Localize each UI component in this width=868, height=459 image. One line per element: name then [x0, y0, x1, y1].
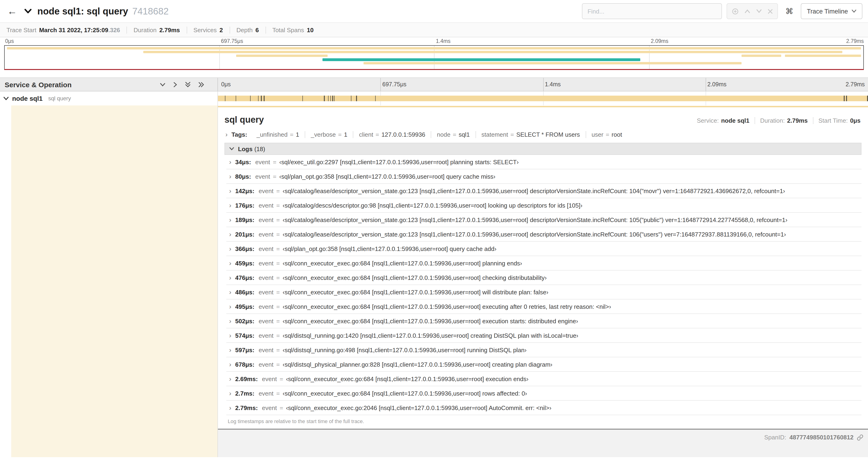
- span-name-row[interactable]: node sql1 sql query: [0, 91, 217, 105]
- span-timeline-bar[interactable]: [218, 96, 868, 101]
- log-timestamp: 176μs:: [235, 202, 254, 209]
- tag-item: statement=SELECT * FROM users: [475, 131, 585, 138]
- log-timestamp: 502μs:: [235, 318, 254, 324]
- log-timestamp: 597μs:: [235, 346, 254, 353]
- log-row[interactable]: ›34μs:event=‹sql/exec_util.go:2297 [nsql…: [226, 155, 862, 169]
- stat-value: 2: [220, 26, 223, 33]
- log-timestamp: 2.79ms:: [235, 404, 258, 411]
- log-row[interactable]: ›476μs:event=‹sql/conn_executor_exec.go:…: [226, 270, 862, 285]
- meta-value: 2.79ms: [787, 117, 808, 124]
- log-row[interactable]: ›574μs:event=‹sql/distsql_running.go:142…: [226, 328, 862, 343]
- keyboard-shortcuts-icon[interactable]: ⌘: [783, 6, 796, 16]
- equals-sign: =: [276, 231, 280, 238]
- log-event-tick: [258, 96, 259, 101]
- log-row[interactable]: ›2.7ms:event=‹sql/conn_executor_exec.go:…: [226, 386, 862, 401]
- chevron-right-icon: ›: [225, 131, 231, 138]
- span-timeline-row[interactable]: [218, 91, 868, 105]
- ruler-gridline: [380, 78, 381, 91]
- logs-footnote: Log timestamps are relative to the start…: [224, 415, 862, 425]
- tag-value: 1: [344, 131, 347, 138]
- service-operation-title: Service & Operation: [5, 80, 72, 88]
- span-detail-accent-line: [218, 106, 868, 107]
- log-row[interactable]: ›486μs:event=‹sql/conn_executor_exec.go:…: [226, 285, 862, 299]
- log-row[interactable]: ›189μs:event=‹sql/catalog/lease/descript…: [226, 213, 862, 227]
- expand-one-icon[interactable]: [173, 81, 178, 88]
- meta-value: 0μs: [850, 117, 861, 124]
- focus-match-icon[interactable]: [732, 8, 739, 15]
- chevron-right-icon: ›: [229, 230, 235, 238]
- find-input[interactable]: [582, 3, 722, 19]
- log-row[interactable]: ›459μs:event=‹sql/conn_executor_exec.go:…: [226, 256, 862, 270]
- logs-section-header[interactable]: Logs (18): [224, 143, 862, 155]
- depth-stat: Depth 6: [229, 26, 265, 33]
- equals-sign: =: [453, 131, 456, 138]
- log-field-value: ‹sql/conn_executor_exec.go:684 [nsql1,cl…: [283, 274, 547, 281]
- log-row[interactable]: ›597μs:event=‹sql/distsql_running.go:498…: [226, 343, 862, 357]
- chevron-right-icon: ›: [229, 303, 235, 310]
- tags-row[interactable]: › Tags: _unfinished=1 _verbose=1 client=…: [224, 129, 862, 143]
- log-row[interactable]: ›201μs:event=‹sql/catalog/lease/descript…: [226, 227, 862, 242]
- back-button[interactable]: ←: [6, 6, 19, 17]
- log-field-value: ‹sql/catalog/lease/descriptor_version_st…: [283, 187, 785, 194]
- collapse-one-icon[interactable]: [160, 82, 166, 87]
- span-detail-panel: sql query Service:node sql1 Duration:2.7…: [218, 110, 868, 430]
- log-event-tick: [324, 96, 324, 101]
- log-row[interactable]: ›678μs:event=‹sql/distsql_physical_plann…: [226, 357, 862, 372]
- log-event-tick: [375, 96, 376, 101]
- log-field-value: ‹sql/conn_executor_exec.go:684 [nsql1,cl…: [283, 390, 527, 397]
- log-field-key: event: [258, 245, 274, 252]
- chevron-right-icon: ›: [229, 361, 235, 368]
- clear-find-icon[interactable]: [768, 9, 773, 14]
- log-entries-list: ›34μs:event=‹sql/exec_util.go:2297 [nsql…: [226, 155, 862, 415]
- log-field-key: event: [255, 158, 270, 165]
- log-event-tick: [846, 96, 847, 101]
- chevron-down-icon: [852, 9, 856, 13]
- log-row[interactable]: ›495μs:event=‹sql/conn_executor_exec.go:…: [226, 299, 862, 314]
- equals-sign: =: [510, 131, 514, 138]
- log-event-tick: [844, 96, 844, 101]
- log-event-tick: [236, 96, 236, 101]
- total-spans-stat: Total Spans 10: [265, 26, 320, 33]
- services-stat: Services 2: [186, 26, 229, 33]
- prev-match-icon[interactable]: [744, 9, 750, 13]
- log-field-key: event: [262, 375, 277, 382]
- trace-timeline-dropdown[interactable]: Trace Timeline: [801, 3, 862, 19]
- chevron-right-icon: ›: [229, 245, 235, 252]
- log-timestamp: 495μs:: [235, 303, 254, 310]
- equals-sign: =: [606, 131, 609, 138]
- stat-label: Total Spans: [272, 26, 304, 33]
- ruler-gridline: [543, 78, 544, 91]
- log-event-tick: [225, 96, 226, 101]
- minimap-bottom-line: [4, 69, 864, 70]
- log-row[interactable]: ›2.79ms:event=‹sql/conn_executor_exec.go…: [226, 401, 862, 415]
- collapse-all-icon[interactable]: [185, 81, 191, 88]
- log-field-value: ‹sql/plan_opt.go:358 [nsql1,client=127.0…: [283, 245, 496, 252]
- chevron-right-icon: ›: [229, 390, 235, 397]
- log-timestamp: 476μs:: [235, 274, 254, 281]
- tag-item: node=sql1: [431, 131, 475, 138]
- log-row[interactable]: ›176μs:event=‹sql/catalog/descs/descript…: [226, 198, 862, 213]
- collapse-trace-icon[interactable]: [24, 8, 32, 14]
- stat-value: March 31 2022, 17:25:09: [39, 26, 108, 33]
- span-detail-header: sql query Service:node sql1 Duration:2.7…: [224, 113, 862, 129]
- meta-label: Duration:: [760, 117, 785, 124]
- detail-service-stat: Service:node sql1: [691, 117, 754, 124]
- trace-minimap: 0μs 697.75μs 1.4ms 2.09ms 2.79ms: [0, 37, 868, 70]
- next-match-icon[interactable]: [756, 9, 762, 13]
- log-row[interactable]: ›502μs:event=‹sql/conn_executor_exec.go:…: [226, 314, 862, 328]
- log-row[interactable]: ›80μs:event=‹sql/plan_opt.go:358 [nsql1,…: [226, 169, 862, 184]
- span-names-column: node sql1 sql query: [0, 91, 218, 457]
- log-event-tick: [328, 96, 329, 101]
- log-row[interactable]: ›142μs:event=‹sql/catalog/lease/descript…: [226, 184, 862, 198]
- log-field-value: ‹sql/catalog/lease/descriptor_version_st…: [283, 231, 786, 238]
- tag-item: client=127.0.0.1:59936: [353, 131, 431, 138]
- minimap-span-bar: [785, 55, 861, 57]
- log-row[interactable]: ›366μs:event=‹sql/plan_opt.go:358 [nsql1…: [226, 242, 862, 256]
- minimap-graph[interactable]: [4, 45, 864, 70]
- detail-start-time-stat: Start Time:0μs: [813, 117, 862, 124]
- log-row[interactable]: ›2.69ms:event=‹sql/conn_executor_exec.go…: [226, 372, 862, 386]
- expand-all-icon[interactable]: [198, 81, 205, 88]
- copy-link-icon[interactable]: [857, 434, 863, 441]
- log-field-key: event: [258, 216, 274, 223]
- log-timestamp: 189μs:: [235, 216, 254, 223]
